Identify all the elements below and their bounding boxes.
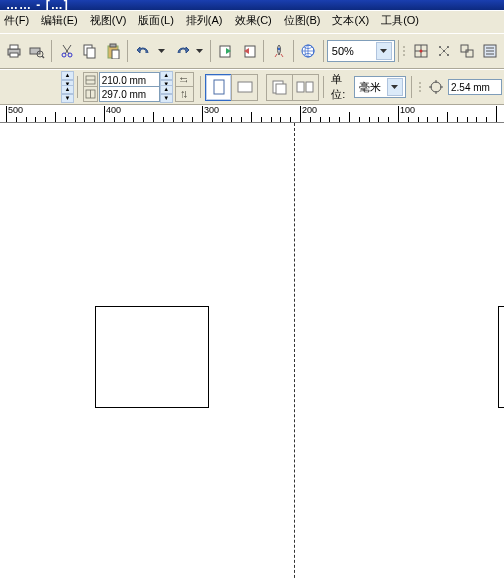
separator	[51, 40, 52, 62]
export-icon	[241, 43, 257, 59]
svg-rect-11	[87, 48, 95, 58]
options-button[interactable]	[480, 39, 501, 64]
svg-rect-1	[10, 45, 18, 49]
separator	[263, 40, 264, 62]
units-label: 单位:	[331, 72, 348, 102]
units-value: 毫米	[359, 80, 381, 95]
units-combo[interactable]: 毫米	[354, 76, 406, 98]
svg-rect-13	[110, 44, 116, 47]
snap-to-objects-button[interactable]	[457, 39, 478, 64]
standard-toolbar: 50%	[0, 33, 504, 69]
undo-dropdown[interactable]	[155, 39, 168, 64]
propbar-grip[interactable]	[419, 76, 422, 98]
menu-edit[interactable]: 编辑(E)	[41, 13, 78, 33]
snap-objects-icon	[459, 43, 475, 59]
landscape-icon	[237, 80, 253, 94]
portrait-button[interactable]	[205, 74, 232, 101]
height-icon	[83, 86, 98, 102]
property-bar: ▲▼ ▲▼ 210.0 mm ▲▼ 297.0 mm ▲▼ ⮀ ⮁	[0, 69, 504, 105]
portrait-icon	[212, 79, 226, 95]
svg-rect-48	[276, 84, 286, 94]
undo-icon	[136, 43, 152, 59]
separator	[323, 76, 324, 98]
toolbar-grip[interactable]	[403, 40, 407, 62]
window-title: …… - […]	[6, 0, 69, 10]
horizontal-ruler[interactable]: 500400300200100	[0, 105, 504, 123]
snap-to-grid-button[interactable]	[411, 39, 432, 64]
print-preview-icon	[29, 43, 45, 59]
svg-rect-2	[10, 53, 18, 57]
svg-line-5	[42, 56, 44, 58]
svg-rect-14	[112, 50, 119, 59]
print-preview-button[interactable]	[26, 39, 47, 64]
svg-marker-23	[380, 49, 387, 53]
nudge-icon-button	[427, 75, 445, 100]
ruler-label: 100	[400, 105, 415, 115]
svg-rect-36	[466, 50, 473, 57]
vertical-guideline[interactable]	[294, 123, 295, 578]
cut-icon	[59, 43, 75, 59]
svg-rect-45	[214, 80, 224, 94]
globe-icon	[300, 43, 316, 59]
redo-icon	[174, 43, 190, 59]
svg-point-27	[420, 50, 423, 53]
lock-height-button[interactable]: ⮁	[175, 86, 194, 102]
nudge-input[interactable]: 2.54 mm	[448, 79, 502, 95]
svg-point-52	[431, 82, 441, 92]
facing-pages-icon	[296, 79, 314, 95]
cut-button[interactable]	[56, 39, 77, 64]
ruler-label: 500	[8, 105, 23, 115]
rectangle-object[interactable]	[95, 306, 209, 408]
drawing-canvas[interactable]	[0, 123, 504, 578]
app-launcher-button[interactable]	[268, 39, 289, 64]
page-height-spinner[interactable]: ▲▼	[160, 85, 171, 103]
ruler-label: 300	[204, 105, 219, 115]
corel-online-button[interactable]	[298, 39, 319, 64]
svg-rect-35	[461, 45, 468, 52]
page-edge-object	[498, 306, 504, 408]
menu-layout[interactable]: 版面(L)	[138, 13, 173, 33]
zoom-combo[interactable]: 50%	[327, 40, 395, 62]
page-y-spinner[interactable]: ▲▼	[61, 85, 72, 103]
svg-marker-16	[196, 49, 203, 53]
undo-button[interactable]	[132, 39, 168, 64]
snap-to-guides-button[interactable]	[434, 39, 455, 64]
ruler-label: 200	[302, 105, 317, 115]
units-dropdown-arrow[interactable]	[387, 78, 403, 96]
title-bar: …… - […]	[0, 0, 504, 10]
separator	[77, 76, 78, 98]
single-page-button[interactable]	[266, 74, 293, 101]
menu-bar: 件(F) 编辑(E) 视图(V) 版面(L) 排列(A) 效果(C) 位图(B)…	[0, 10, 504, 33]
import-icon	[218, 43, 234, 59]
landscape-button[interactable]	[231, 74, 258, 101]
ruler-label: 400	[106, 105, 121, 115]
menu-file[interactable]: 件(F)	[4, 13, 29, 33]
menu-text[interactable]: 文本(X)	[332, 13, 369, 33]
page-height-input[interactable]: 297.0 mm	[99, 86, 160, 102]
menu-tools[interactable]: 工具(O)	[381, 13, 419, 33]
print-button[interactable]	[3, 39, 24, 64]
separator	[411, 76, 412, 98]
facing-pages-button[interactable]	[292, 74, 319, 101]
export-button[interactable]	[238, 39, 259, 64]
paste-button[interactable]	[102, 39, 123, 64]
options-icon	[482, 43, 498, 59]
menu-arrange[interactable]: 排列(A)	[186, 13, 223, 33]
zoom-dropdown-arrow[interactable]	[376, 42, 392, 60]
menu-bitmap[interactable]: 位图(B)	[284, 13, 321, 33]
menu-effects[interactable]: 效果(C)	[235, 13, 272, 33]
page-layout-group	[266, 74, 318, 101]
rocket-icon	[271, 43, 287, 59]
svg-rect-49	[297, 82, 304, 92]
snap-grid-icon	[413, 43, 429, 59]
redo-button[interactable]	[170, 39, 206, 64]
copy-button[interactable]	[79, 39, 100, 64]
redo-dropdown[interactable]	[193, 39, 206, 64]
svg-marker-51	[391, 85, 398, 89]
svg-point-8	[62, 53, 66, 57]
separator	[398, 40, 399, 62]
svg-rect-50	[306, 82, 313, 92]
menu-view[interactable]: 视图(V)	[90, 13, 127, 33]
import-button[interactable]	[215, 39, 236, 64]
separator	[293, 40, 294, 62]
